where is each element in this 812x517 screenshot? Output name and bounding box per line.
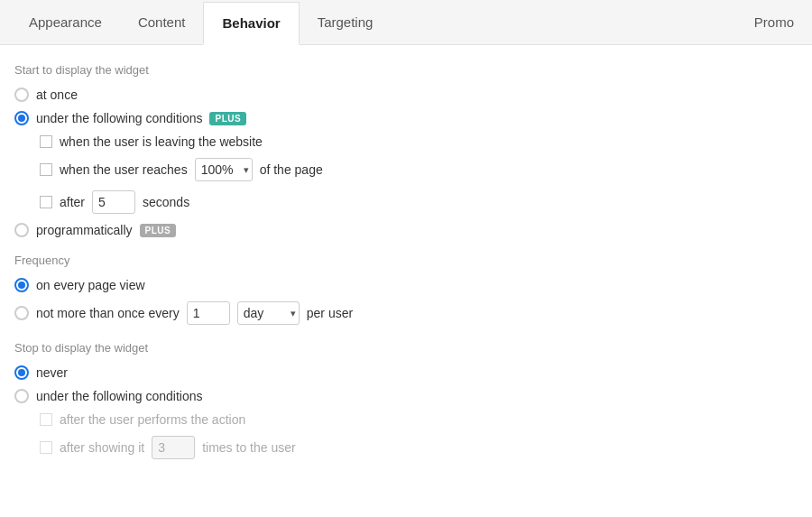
radio-programmatically[interactable] xyxy=(14,223,29,237)
option-leaving: when the user is leaving the website xyxy=(40,134,798,149)
option-after-seconds: after seconds xyxy=(40,190,798,214)
label-never: never xyxy=(36,365,68,380)
radio-not-more[interactable] xyxy=(14,306,29,320)
start-section-label: Start to display the widget xyxy=(14,63,798,77)
radio-at-once[interactable] xyxy=(14,88,29,102)
option-not-more: not more than once every minute hour day… xyxy=(14,301,798,325)
pct-select[interactable]: 25% 50% 75% 100% xyxy=(195,158,253,181)
label-times-to-user: times to the user xyxy=(202,440,296,455)
label-every-page: on every page view xyxy=(36,278,145,292)
checkbox-leaving[interactable] xyxy=(40,135,52,148)
label-under-conditions: under the following conditions xyxy=(36,111,202,125)
promo-link[interactable]: Promo xyxy=(754,14,794,30)
option-never: never xyxy=(14,365,798,380)
day-select-wrapper: minute hour day week month xyxy=(237,301,300,325)
plus-badge-conditions: PLUS xyxy=(209,112,246,125)
label-after-showing: after showing it xyxy=(60,440,144,455)
pct-select-wrapper: 25% 50% 75% 100% xyxy=(195,158,253,181)
radio-never[interactable] xyxy=(14,365,29,380)
option-stop-conditions: under the following conditions xyxy=(14,389,798,403)
option-after-action: after the user performs the action xyxy=(40,412,798,427)
label-at-once: at once xyxy=(36,88,78,102)
option-programmatically: programmatically PLUS xyxy=(14,223,798,237)
stop-section-label: Stop to display the widget xyxy=(14,341,798,355)
label-per-user: per user xyxy=(307,306,353,320)
plus-badge-programmatically: PLUS xyxy=(140,224,177,237)
tab-appearance[interactable]: Appearance xyxy=(11,0,120,45)
tab-content[interactable]: Content xyxy=(120,0,204,45)
checkbox-after-showing xyxy=(40,441,52,454)
label-after: after xyxy=(60,195,85,209)
label-programmatically: programmatically xyxy=(36,223,133,237)
checkbox-reaches[interactable] xyxy=(40,163,52,176)
frequency-number-input[interactable] xyxy=(187,301,230,325)
checkbox-after-seconds[interactable] xyxy=(40,196,52,208)
radio-under-conditions[interactable] xyxy=(14,111,29,125)
option-reaches: when the user reaches 25% 50% 75% 100% o… xyxy=(40,158,798,181)
main-content: Start to display the widget at once unde… xyxy=(0,45,812,486)
radio-every-page[interactable] xyxy=(14,278,29,292)
label-reaches: when the user reaches xyxy=(60,162,188,177)
tab-behavior[interactable]: Behavior xyxy=(203,2,299,45)
label-after-action: after the user performs the action xyxy=(60,412,245,427)
tab-targeting[interactable]: Targeting xyxy=(300,0,392,45)
label-seconds: seconds xyxy=(143,195,189,209)
day-select[interactable]: minute hour day week month xyxy=(237,301,300,325)
seconds-input[interactable] xyxy=(92,190,135,214)
option-every-page: on every page view xyxy=(14,278,798,292)
label-stop-conditions: under the following conditions xyxy=(36,389,202,403)
label-leaving: when the user is leaving the website xyxy=(60,134,263,149)
option-at-once: at once xyxy=(14,88,798,102)
checkbox-after-action xyxy=(40,413,52,426)
option-under-conditions: under the following conditions PLUS xyxy=(14,111,798,125)
showing-times-input xyxy=(152,436,195,459)
label-of-page: of the page xyxy=(260,162,323,177)
radio-stop-conditions[interactable] xyxy=(14,389,29,403)
label-not-more: not more than once every xyxy=(36,306,180,320)
frequency-section-label: Frequency xyxy=(14,254,798,267)
option-after-showing: after showing it times to the user xyxy=(40,436,798,459)
tab-bar: Appearance Content Behavior Targeting Pr… xyxy=(0,0,812,45)
